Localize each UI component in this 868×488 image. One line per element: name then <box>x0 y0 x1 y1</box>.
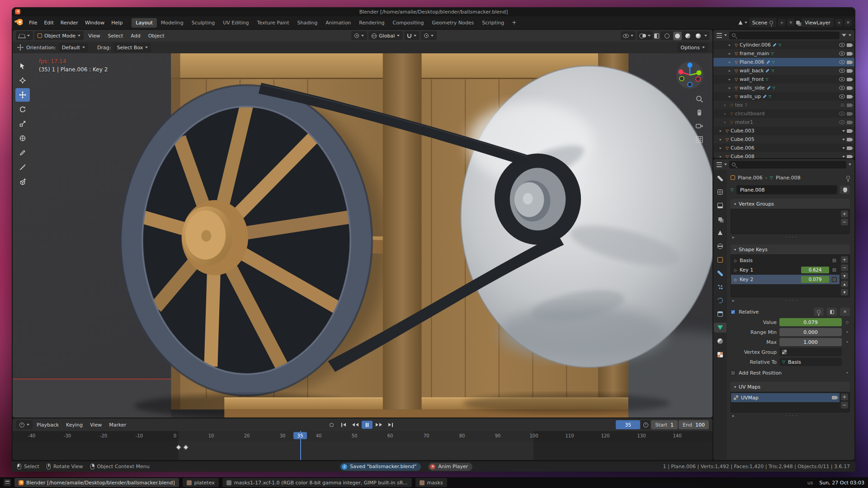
properties-search-input[interactable] <box>729 161 846 169</box>
view-layer-field[interactable]: ViewLayer <box>802 18 834 27</box>
tab-uv-editing[interactable]: UV Editing <box>219 18 253 28</box>
disable-in-renders-toggle[interactable] <box>847 112 852 116</box>
uv-map-row-selected[interactable]: UVMap <box>731 393 840 402</box>
previous-keyframe-button[interactable] <box>350 421 361 429</box>
outliner-row[interactable]: frame_main <box>713 49 854 58</box>
range-max-field[interactable]: 1.000 <box>779 338 842 346</box>
jump-to-start-button[interactable] <box>338 421 349 429</box>
hide-in-viewport-toggle[interactable] <box>839 112 845 116</box>
outliner-row[interactable]: tex7 <box>713 101 854 109</box>
move-down-button[interactable] <box>841 289 848 296</box>
disable-in-renders-toggle[interactable] <box>847 138 852 141</box>
disable-in-renders-toggle[interactable] <box>847 129 852 133</box>
tab-modeling[interactable]: Modeling <box>157 18 188 28</box>
pause-button[interactable] <box>362 421 373 429</box>
expand-icon[interactable] <box>732 298 735 303</box>
outliner-row[interactable]: walls_up <box>713 92 854 101</box>
transform-pivot-dropdown[interactable] <box>351 31 367 40</box>
next-keyframe-button[interactable] <box>373 421 384 429</box>
hide-in-viewport-toggle[interactable] <box>839 86 845 90</box>
relative-checkbox[interactable] <box>731 310 736 314</box>
tool-measure[interactable] <box>15 160 30 174</box>
shading-solid-button[interactable] <box>673 32 682 40</box>
options-dropdown[interactable]: Options <box>678 43 708 52</box>
tool-scale[interactable] <box>15 117 30 131</box>
tab-object[interactable] <box>714 255 726 265</box>
taskbar-clock[interactable]: Sun, 27 Oct 03:03 <box>819 480 864 486</box>
tab-texture[interactable] <box>714 350 726 360</box>
taskbar-window-masks-xcf[interactable]: masks1-17.xcf-1.0 (RGB color 8-bit gamma… <box>222 478 412 487</box>
tab-particles[interactable] <box>714 282 726 292</box>
hide-in-viewport-toggle[interactable] <box>839 69 845 73</box>
tab-tool[interactable] <box>714 174 726 183</box>
disable-in-renders-toggle[interactable] <box>847 146 852 150</box>
relative-to-field[interactable]: Basis <box>779 358 842 366</box>
current-frame-field[interactable]: 35 <box>616 420 640 429</box>
snap-dropdown[interactable] <box>404 31 420 40</box>
shape-key-specials-button[interactable] <box>841 272 848 279</box>
expand-icon[interactable] <box>720 137 724 141</box>
keyboard-layout-indicator[interactable]: us <box>807 480 813 486</box>
tab-compositing[interactable]: Compositing <box>389 18 428 28</box>
disable-in-renders-toggle[interactable] <box>847 155 852 159</box>
disable-in-renders-toggle[interactable] <box>847 69 852 73</box>
transform-orientation-dropdown[interactable]: Global <box>368 31 403 40</box>
tab-render[interactable] <box>714 187 726 197</box>
shape-key-edit-mode-button[interactable] <box>814 308 824 316</box>
filter-icon[interactable] <box>842 34 846 37</box>
mute-checkbox[interactable] <box>832 277 837 282</box>
shading-rendered-button[interactable] <box>694 32 703 40</box>
vertex-groups-list[interactable] <box>731 209 850 234</box>
tab-texture-paint[interactable]: Texture Paint <box>253 18 293 28</box>
uv-maps-panel-header[interactable]: UV Maps <box>731 382 850 392</box>
menu-keying[interactable]: Keying <box>63 421 86 429</box>
animate-dot-icon[interactable] <box>844 340 850 344</box>
expand-icon[interactable] <box>724 103 728 107</box>
add-shape-key-button[interactable] <box>841 256 848 263</box>
clear-shape-keys-button[interactable] <box>840 308 850 316</box>
tab-world[interactable] <box>714 241 726 251</box>
remove-view-layer-button[interactable] <box>844 19 852 26</box>
timeline-tracks[interactable] <box>13 441 712 460</box>
playhead-frame-badge[interactable]: 35 <box>293 432 307 439</box>
hide-in-viewport-toggle[interactable] <box>839 120 845 124</box>
mode-dropdown[interactable]: Object Mode <box>34 31 84 40</box>
tab-physics[interactable] <box>714 296 726 305</box>
taskbar-window-blender[interactable]: Blender [/home/amalie/Desktop/blender/ba… <box>14 478 179 487</box>
tab-shading[interactable]: Shading <box>293 18 322 28</box>
disable-in-renders-toggle[interactable] <box>847 61 852 64</box>
use-preview-range-button[interactable] <box>641 420 650 429</box>
expand-icon[interactable] <box>729 52 733 56</box>
shape-key-value[interactable]: 0.079 <box>801 276 829 283</box>
chevron-down-icon[interactable] <box>704 35 707 37</box>
expand-icon[interactable] <box>720 146 724 150</box>
proportional-edit-dropdown[interactable] <box>421 31 437 40</box>
titlebar[interactable]: Blender [/home/amalie/Desktop/blender/ba… <box>12 7 855 16</box>
outliner-editor-icon[interactable] <box>717 33 722 38</box>
chevron-down-icon[interactable] <box>724 164 727 165</box>
expand-icon[interactable] <box>732 235 735 239</box>
frame-end-field[interactable]: End100 <box>679 420 709 429</box>
expand-icon[interactable] <box>729 94 733 99</box>
new-scene-button[interactable] <box>778 19 785 26</box>
outliner-row-active[interactable]: Plane.006 <box>713 58 854 66</box>
outliner-row[interactable]: wall_front <box>713 75 854 84</box>
hide-in-viewport-toggle[interactable] <box>839 77 845 81</box>
tab-output[interactable] <box>714 201 726 211</box>
hide-in-viewport-toggle[interactable] <box>839 52 845 56</box>
auto-keying-button[interactable] <box>330 423 334 427</box>
new-view-layer-button[interactable] <box>835 19 843 26</box>
tab-sculpting[interactable]: Sculpting <box>188 18 219 28</box>
expand-icon[interactable] <box>720 155 724 158</box>
pin-id-icon[interactable] <box>846 176 850 179</box>
tab-animation[interactable]: Animation <box>321 18 355 28</box>
outliner-row[interactable]: Cube.006 <box>713 144 854 152</box>
tool-add-cube[interactable] <box>15 175 30 188</box>
scene-icon[interactable] <box>738 21 742 25</box>
add-workspace-button[interactable]: + <box>508 19 520 27</box>
outliner-row[interactable]: walls_side <box>713 84 854 92</box>
menu-help[interactable]: Help <box>108 19 126 27</box>
tab-layout[interactable]: Layout <box>132 18 156 28</box>
breadcrumb-object[interactable]: Plane.006 <box>738 175 763 181</box>
disable-in-renders-toggle[interactable] <box>847 43 852 47</box>
